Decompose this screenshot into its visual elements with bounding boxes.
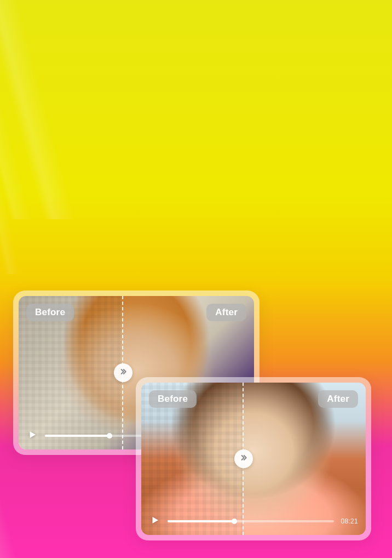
progress-fill-2	[168, 520, 234, 522]
after-badge: After	[206, 304, 246, 321]
play-button-1[interactable]	[26, 430, 38, 442]
after-badge: After	[318, 390, 358, 408]
before-label: Before	[35, 307, 65, 317]
after-label: After	[215, 307, 238, 317]
progress-bar-2[interactable]	[168, 520, 334, 522]
chevrons-right-icon	[119, 367, 128, 378]
divider-handle-2[interactable]	[234, 449, 253, 468]
before-label: Before	[158, 394, 188, 404]
play-icon	[150, 515, 160, 527]
progress-fill-1	[45, 435, 109, 437]
timestamp-2: 08:21	[341, 517, 358, 525]
comparison-divider-2[interactable]	[243, 383, 244, 535]
divider-handle-1[interactable]	[114, 363, 132, 382]
after-label: After	[327, 394, 349, 404]
progress-thumb-1[interactable]	[107, 433, 112, 439]
progress-thumb-2[interactable]	[232, 519, 237, 524]
before-badge: Before	[149, 390, 197, 408]
comparison-card-2: Before After	[136, 377, 371, 540]
before-badge: Before	[26, 304, 74, 321]
comparison-divider-1[interactable]	[122, 296, 123, 449]
comparison-image-2: Before After	[141, 383, 366, 535]
video-controls-2: 08:21	[149, 515, 358, 527]
play-icon	[27, 430, 37, 442]
chevrons-right-icon	[239, 453, 248, 464]
play-button-2[interactable]	[149, 515, 161, 527]
